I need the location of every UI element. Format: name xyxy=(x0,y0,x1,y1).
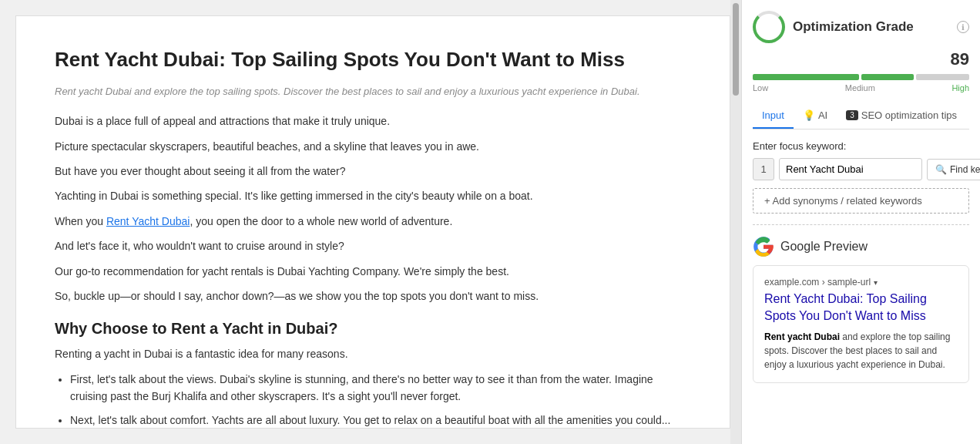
paragraph-4: Yachting in Dubai is something special. … xyxy=(55,187,691,204)
optimization-grade-section: Optimization Grade ℹ xyxy=(753,11,969,43)
ai-icon: 💡 xyxy=(803,109,815,121)
focus-keyword-label: Enter focus keyword: xyxy=(753,140,969,152)
search-icon: 🔍 xyxy=(935,164,947,175)
optimization-circle xyxy=(753,11,785,43)
google-preview-section: Google Preview example.com › sample-url … xyxy=(753,236,969,383)
section-intro: Renting a yacht in Dubai is a fantastic … xyxy=(55,345,691,362)
paragraph-1: Dubai is a place full of appeal and attr… xyxy=(55,113,691,130)
google-preview-box: example.com › sample-url ▾ Rent Yacht Du… xyxy=(753,265,969,383)
scrollbar-thumb[interactable] xyxy=(733,3,739,96)
add-synonyms-button[interactable]: + Add synonyms / related keywords xyxy=(753,188,969,214)
paragraph-5: When you Rent Yacht Dubai, you open the … xyxy=(55,213,691,230)
paragraph-2: Picture spectacular skyscrapers, beautif… xyxy=(55,138,691,155)
info-icon[interactable]: ℹ xyxy=(957,21,969,33)
article-title: Rent Yacht Dubai: Top Sailing Spots You … xyxy=(55,47,691,73)
add-synonyms-label: + Add synonyms / related keywords xyxy=(764,195,922,207)
tab-input[interactable]: Input xyxy=(753,103,794,129)
gp-url: example.com › sample-url ▾ xyxy=(764,277,958,288)
content-area: Rent Yacht Dubai: Top Sailing Spots You … xyxy=(15,15,730,429)
rent-yacht-dubai-link[interactable]: Rent Yacht Dubai xyxy=(106,215,190,227)
focus-keyword-section: Enter focus keyword: 1 🔍 Find keywords +… xyxy=(753,140,969,214)
progress-labels: Low Medium High xyxy=(753,83,969,92)
paragraph-8: So, buckle up—or should I say, anchor do… xyxy=(55,288,691,304)
tab-input-label: Input xyxy=(762,109,784,121)
seo-badge: 3 xyxy=(846,110,858,120)
gp-url-text: example.com › sample-url xyxy=(764,277,871,288)
progress-medium xyxy=(861,74,915,80)
score-container: 89 xyxy=(753,49,969,69)
right-panel: Optimization Grade ℹ 89 Low Medium High … xyxy=(741,0,980,444)
gp-desc-bold-part: Rent yacht Dubai xyxy=(764,331,840,342)
paragraph-7: Our go-to recommendation for yacht renta… xyxy=(55,263,691,280)
paragraph-6: And let's face it, who wouldn't want to … xyxy=(55,237,691,254)
scrollbar[interactable] xyxy=(730,0,741,444)
paragraph-3: But have you ever thought about seeing i… xyxy=(55,163,691,180)
tabs-row: Input 💡 AI 3 SEO optimization tips xyxy=(753,103,969,130)
progress-bar xyxy=(753,74,969,80)
optimization-grade-title: Optimization Grade xyxy=(793,19,949,35)
list: First, let's talk about the views. Dubai… xyxy=(70,371,691,429)
label-low: Low xyxy=(753,83,768,92)
google-preview-header: Google Preview xyxy=(753,236,969,257)
optimization-score: 89 xyxy=(951,49,969,69)
gp-description: Rent yacht Dubai and explore the top sai… xyxy=(764,330,958,372)
progress-high xyxy=(916,74,969,80)
gp-title[interactable]: Rent Yacht Dubai: Top Sailing Spots You … xyxy=(764,291,958,325)
tab-ai[interactable]: 💡 AI xyxy=(794,103,837,129)
google-preview-title: Google Preview xyxy=(780,240,868,254)
keyword-input-row: 1 🔍 Find keywords xyxy=(753,158,969,180)
tab-ai-label: AI xyxy=(818,109,827,121)
list-item: First, let's talk about the views. Dubai… xyxy=(70,371,691,405)
tab-seo[interactable]: 3 SEO optimization tips xyxy=(837,103,966,129)
progress-low xyxy=(753,74,859,80)
find-keywords-label: Find keywords xyxy=(950,164,980,175)
label-high: High xyxy=(951,83,969,92)
list-item: Next, let's talk about comfort. Yachts a… xyxy=(70,412,691,429)
meta-description: Rent yacht Dubai and explore the top sai… xyxy=(55,84,691,99)
divider xyxy=(753,224,969,225)
section-heading: Why Choose to Rent a Yacht in Dubai? xyxy=(55,320,691,338)
gp-url-arrow: ▾ xyxy=(874,278,878,287)
tab-seo-label: SEO optimization tips xyxy=(861,109,957,121)
keyword-number: 1 xyxy=(753,158,774,180)
find-keywords-button[interactable]: 🔍 Find keywords xyxy=(927,159,980,180)
google-logo xyxy=(753,236,774,257)
label-medium: Medium xyxy=(845,83,875,92)
keyword-input[interactable] xyxy=(779,158,922,180)
